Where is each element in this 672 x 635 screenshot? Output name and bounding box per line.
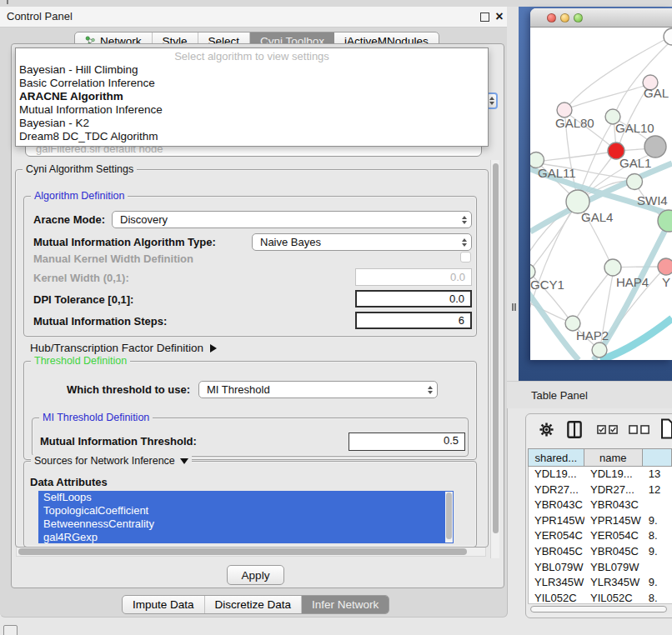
table-row[interactable]: YLR345WYLR345W9. bbox=[529, 575, 672, 591]
table-cell: YIL052C bbox=[529, 591, 584, 603]
table-settings-gear-icon[interactable] bbox=[539, 422, 554, 441]
network-node[interactable] bbox=[592, 342, 607, 358]
network-node-hap4[interactable] bbox=[604, 259, 621, 276]
network-node-label: SWI4 bbox=[637, 193, 668, 208]
column-header-shared-name[interactable]: shared... bbox=[528, 448, 584, 467]
network-node-y[interactable] bbox=[658, 258, 672, 275]
data-attribute-item[interactable]: BetweennessCentrality bbox=[38, 518, 454, 531]
table-row[interactable]: YBL079WYBL079W bbox=[529, 560, 672, 576]
manual-kernel-width-checkbox[interactable] bbox=[460, 252, 471, 262]
column-layout-icon[interactable] bbox=[567, 421, 582, 442]
network-node-label: GCY1 bbox=[530, 278, 564, 292]
dpi-tolerance-label: DPI Tolerance [0,1]: bbox=[33, 291, 133, 308]
file-icon[interactable] bbox=[660, 418, 672, 442]
algorithm-popup-item[interactable]: Mutual Information Inference bbox=[16, 103, 488, 117]
table-cell: YLR345W bbox=[529, 575, 584, 591]
network-node-label: GAL4 bbox=[581, 210, 613, 224]
threshold-definition-title: Threshold Definition bbox=[31, 355, 130, 368]
kernel-width-field[interactable]: 0.0 bbox=[355, 268, 472, 286]
table-cell: YDL19... bbox=[584, 467, 643, 482]
network-node[interactable] bbox=[644, 136, 666, 158]
sources-title: Sources for Network Inference bbox=[34, 455, 175, 468]
settings-vertical-scrollbar[interactable] bbox=[490, 160, 499, 558]
algorithm-popup-item[interactable]: Dream8 DC_TDC Algorithm bbox=[16, 130, 488, 143]
top-tick bbox=[7, 0, 8, 4]
table-row[interactable]: YDR27...YDR27...12 bbox=[529, 482, 672, 498]
network-node[interactable] bbox=[627, 174, 643, 190]
data-attribute-item[interactable]: SelfLoops bbox=[38, 491, 454, 504]
data-attributes-list[interactable]: SelfLoopsTopologicalCoefficientBetweenne… bbox=[38, 491, 454, 543]
combobox-stepper-icon bbox=[462, 234, 467, 250]
combobox-stepper-icon bbox=[462, 212, 467, 228]
divider-grip-icon[interactable] bbox=[512, 303, 514, 311]
table-cell: 8. bbox=[643, 591, 672, 603]
table-cell: YBR043C bbox=[584, 498, 643, 513]
algorithm-popup-item[interactable]: ARACNE Algorithm bbox=[16, 90, 488, 103]
data-attribute-item[interactable]: gal4RGexp bbox=[38, 531, 454, 543]
apply-button[interactable]: Apply bbox=[227, 565, 284, 585]
network-node-label: GAL80 bbox=[555, 116, 594, 130]
table-cell: 12 bbox=[643, 482, 672, 498]
select-all-checkboxes-icon[interactable] bbox=[597, 425, 618, 434]
which-threshold-combobox[interactable]: MI Threshold bbox=[198, 381, 438, 398]
deselect-all-checkboxes-icon[interactable] bbox=[629, 425, 649, 434]
table-cell bbox=[643, 560, 672, 576]
table-body[interactable]: YDL19...YDL19...13YDR27...YDR27...12YBR0… bbox=[528, 467, 672, 603]
close-icon[interactable]: × bbox=[493, 7, 506, 27]
tab-impute-data[interactable]: Impute Data bbox=[123, 596, 205, 613]
hub-transcription-factor-section[interactable]: Hub/Transcription Factor Definition bbox=[30, 342, 217, 354]
data-attribute-item[interactable]: TopologicalCoefficient bbox=[38, 504, 454, 518]
sources-title-row[interactable]: Sources for Network Inference bbox=[31, 455, 192, 468]
vertical-scrollbar-thumb[interactable] bbox=[493, 163, 499, 533]
table-cell: 8. bbox=[643, 528, 672, 544]
float-window-icon[interactable] bbox=[480, 12, 489, 22]
table-cell: YER054C bbox=[584, 528, 643, 544]
cyni-algorithm-settings-title: Cyni Algorithm Settings bbox=[23, 163, 137, 176]
table-cell: YDR27... bbox=[584, 482, 643, 498]
table-row[interactable]: YDL19...YDL19...13 bbox=[529, 467, 672, 482]
data-attributes-label: Data Attributes bbox=[30, 473, 108, 491]
table-panel-header: Table Panel bbox=[507, 381, 672, 408]
column-header-name[interactable]: name bbox=[584, 448, 643, 467]
table-row[interactable]: YPR145WYPR145W9. bbox=[529, 513, 672, 529]
mi-algorithm-type-label: Mutual Information Algorithm Type: bbox=[33, 233, 216, 251]
algorithm-popup-item[interactable]: Bayesian - Hill Climbing bbox=[16, 63, 488, 77]
zoom-traffic-light-icon[interactable] bbox=[574, 13, 583, 22]
hub-transcription-factor-label: Hub/Transcription Factor Definition bbox=[30, 342, 203, 354]
mi-threshold-field[interactable]: 0.5 bbox=[349, 432, 465, 451]
algorithm-popup-item[interactable]: Bayesian - K2 bbox=[16, 117, 488, 130]
settings-horizontal-scrollbar[interactable] bbox=[16, 547, 486, 557]
close-traffic-light-icon[interactable] bbox=[547, 13, 556, 22]
combobox-stepper-icon bbox=[428, 382, 433, 398]
table-row[interactable]: YBR043CYBR043C bbox=[529, 498, 672, 513]
mi-steps-label: Mutual Information Steps: bbox=[33, 312, 167, 330]
minimize-traffic-light-icon[interactable] bbox=[560, 13, 569, 22]
mi-steps-field[interactable]: 6 bbox=[355, 312, 472, 329]
aracne-mode-combobox[interactable]: Discovery bbox=[112, 211, 472, 228]
table-horizontal-scrollbar[interactable] bbox=[528, 603, 672, 614]
list-scrollbar-thumb[interactable] bbox=[446, 492, 452, 539]
stepper-up-icon bbox=[489, 97, 494, 100]
table-row[interactable]: YER054CYER054C8. bbox=[529, 528, 672, 544]
list-scrollbar[interactable] bbox=[445, 492, 453, 542]
panel-divider[interactable] bbox=[507, 7, 519, 381]
table-cell: YBR045C bbox=[529, 544, 584, 560]
collapse-down-icon[interactable] bbox=[180, 458, 188, 464]
horizontal-scrollbar-thumb[interactable] bbox=[18, 548, 467, 555]
table-cell: YBR045C bbox=[584, 544, 643, 560]
mi-algorithm-type-combobox[interactable]: Naive Bayes bbox=[252, 233, 472, 251]
tab-infer-network[interactable]: Infer Network bbox=[302, 596, 389, 613]
network-canvas[interactable]: GALGAL80GAL10GAL1GAL11GAL4SWI4GCY1HAP4YH… bbox=[530, 28, 672, 360]
table-row[interactable]: YIL052CYIL052C8. bbox=[529, 591, 672, 603]
dpi-tolerance-field[interactable]: 0.0 bbox=[355, 290, 472, 308]
column-header-partial[interactable] bbox=[643, 448, 672, 467]
algorithm-popup-item[interactable]: Basic Correlation Inference bbox=[16, 77, 488, 90]
network-node-label: Y bbox=[662, 275, 670, 289]
table-scrollbar-thumb[interactable] bbox=[530, 606, 667, 612]
network-node[interactable] bbox=[664, 28, 672, 45]
minimized-panel-icon[interactable] bbox=[3, 625, 18, 635]
expand-right-icon[interactable] bbox=[210, 344, 217, 352]
tab-discretize-data[interactable]: Discretize Data bbox=[205, 596, 303, 613]
table-row[interactable]: YBR045CYBR045C9. bbox=[529, 544, 672, 560]
table-cell: YBL079W bbox=[584, 560, 643, 576]
